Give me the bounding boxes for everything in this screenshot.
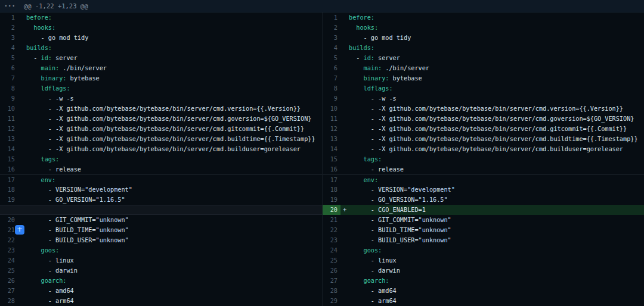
line-number[interactable]: 28 bbox=[323, 286, 340, 296]
line-number[interactable]: 27 bbox=[0, 286, 18, 296]
line-number[interactable]: 20 bbox=[323, 205, 340, 215]
diff-row: 14 - -X github.com/bytebase/bytebase/bin… bbox=[323, 144, 644, 154]
code-line: - -X github.com/bytebase/bytebase/bin/se… bbox=[26, 104, 322, 114]
line-number[interactable]: 11 bbox=[0, 114, 18, 124]
diff-marker bbox=[18, 83, 26, 93]
line-number[interactable]: 3 bbox=[323, 33, 340, 43]
line-number[interactable]: 29 bbox=[323, 296, 340, 306]
diff-row: 16 - release bbox=[0, 164, 322, 174]
diff-marker bbox=[340, 255, 349, 266]
line-number[interactable]: 20 bbox=[0, 215, 18, 225]
line-number[interactable]: 10 bbox=[323, 104, 340, 114]
diff-row: 19 - GO_VERSION="1.16.5" bbox=[0, 195, 322, 205]
diff-marker bbox=[340, 144, 349, 154]
code-line: - id: server bbox=[349, 53, 644, 63]
line-number[interactable]: 3 bbox=[0, 33, 18, 43]
line-number[interactable]: 18 bbox=[0, 185, 18, 195]
line-number[interactable]: 19 bbox=[0, 195, 18, 205]
line-number[interactable]: 8 bbox=[323, 83, 340, 93]
line-number[interactable]: 17 bbox=[323, 175, 340, 185]
line-number[interactable]: 26 bbox=[323, 266, 340, 276]
line-number[interactable]: 4 bbox=[323, 43, 340, 53]
line-number[interactable]: 17 bbox=[0, 175, 18, 185]
line-number[interactable]: 1 bbox=[0, 13, 18, 23]
line-number[interactable]: 5 bbox=[323, 53, 340, 63]
line-number[interactable]: 15 bbox=[0, 154, 18, 164]
diff-row: 24 goos: bbox=[323, 245, 644, 255]
add-comment-button[interactable]: + bbox=[15, 225, 24, 235]
diff-marker bbox=[340, 114, 349, 124]
diff-row: 11 - -X github.com/bytebase/bytebase/bin… bbox=[323, 114, 644, 124]
diff-row: 29 - arm64 bbox=[323, 296, 644, 306]
diff-row: 1before: bbox=[0, 13, 322, 23]
line-number[interactable]: 25 bbox=[0, 266, 18, 276]
line-number[interactable]: 13 bbox=[323, 134, 340, 144]
diff-marker bbox=[18, 104, 26, 114]
line-number[interactable]: 8 bbox=[0, 83, 18, 93]
line-number[interactable]: 7 bbox=[323, 73, 340, 83]
line-number[interactable]: 22 bbox=[323, 225, 340, 235]
line-number[interactable]: 6 bbox=[323, 63, 340, 73]
code-line: - -X github.com/bytebase/bytebase/bin/se… bbox=[26, 134, 322, 144]
code-line: tags: bbox=[349, 154, 644, 164]
line-number[interactable]: 14 bbox=[0, 144, 18, 154]
line-number[interactable]: 21 bbox=[323, 215, 340, 225]
line-number[interactable]: 9 bbox=[323, 93, 340, 104]
line-number[interactable]: 22 bbox=[0, 235, 18, 245]
line-number[interactable]: 25 bbox=[323, 255, 340, 266]
line-number[interactable]: 10 bbox=[0, 104, 18, 114]
line-number[interactable]: 5 bbox=[0, 53, 18, 63]
line-number[interactable]: 26 bbox=[0, 276, 18, 286]
code-line: - release bbox=[26, 164, 322, 174]
diff-row: 2 hooks: bbox=[323, 23, 644, 33]
diff-row: 15 tags: bbox=[0, 154, 322, 164]
line-number[interactable]: 28 bbox=[0, 296, 18, 306]
diff-pane-right: 1before:2 hooks:3 - go mod tidy4builds:5… bbox=[322, 13, 644, 306]
code-line: binary: bytebase bbox=[349, 73, 644, 83]
line-number[interactable]: 24 bbox=[0, 255, 18, 266]
diff-row: 5 - id: server bbox=[0, 53, 322, 63]
code-line: - -X github.com/bytebase/bytebase/bin/se… bbox=[26, 114, 322, 124]
line-number[interactable]: 24 bbox=[323, 245, 340, 255]
line-number[interactable]: 19 bbox=[323, 195, 340, 205]
split-diff-view: ••• @@ -1,22 +1,23 @@ 1before:2 hooks:3 … bbox=[0, 0, 644, 306]
line-number[interactable]: 13 bbox=[0, 134, 18, 144]
line-number[interactable]: 12 bbox=[0, 124, 18, 134]
diff-row: 1before: bbox=[323, 13, 644, 23]
line-number[interactable]: 15 bbox=[323, 154, 340, 164]
line-number[interactable]: 2 bbox=[0, 23, 18, 33]
code-line: - -X github.com/bytebase/bytebase/bin/se… bbox=[349, 134, 644, 144]
diff-row: 22 - BUILD_USER="unknown" bbox=[0, 235, 322, 245]
line-number[interactable]: 23 bbox=[323, 235, 340, 245]
line-number[interactable]: 18 bbox=[323, 185, 340, 195]
diff-row: 3 - go mod tidy bbox=[0, 33, 322, 43]
diff-marker bbox=[340, 175, 349, 185]
line-number[interactable]: 12 bbox=[323, 124, 340, 134]
code-line: - arm64 bbox=[349, 296, 644, 306]
code-line: - BUILD_TIME="unknown" bbox=[349, 225, 644, 235]
diff-marker bbox=[18, 175, 26, 185]
code-line: main: ./bin/server bbox=[26, 63, 322, 73]
diff-row: 24 - linux bbox=[0, 255, 322, 266]
line-number[interactable]: 27 bbox=[323, 276, 340, 286]
code-line: goarch: bbox=[349, 276, 644, 286]
code-line: - release bbox=[349, 164, 644, 174]
code-line: before: bbox=[349, 13, 644, 23]
diff-marker bbox=[340, 13, 349, 23]
code-line: - GIT_COMMIT="unknown" bbox=[349, 215, 644, 225]
code-line: hooks: bbox=[26, 23, 322, 33]
line-number[interactable]: 7 bbox=[0, 73, 18, 83]
code-line: env: bbox=[349, 175, 644, 185]
line-number[interactable]: 1 bbox=[323, 13, 340, 23]
line-number[interactable]: 16 bbox=[323, 164, 340, 174]
line-number[interactable]: 2 bbox=[323, 23, 340, 33]
line-number[interactable]: 4 bbox=[0, 43, 18, 53]
line-number[interactable]: 6 bbox=[0, 63, 18, 73]
diff-marker bbox=[340, 83, 349, 93]
line-number[interactable]: 11 bbox=[323, 114, 340, 124]
more-options-button[interactable]: ••• bbox=[0, 4, 20, 9]
line-number[interactable]: 9 bbox=[0, 93, 18, 104]
line-number[interactable]: 16 bbox=[0, 164, 18, 174]
line-number[interactable]: 23 bbox=[0, 245, 18, 255]
line-number[interactable]: 14 bbox=[323, 144, 340, 154]
